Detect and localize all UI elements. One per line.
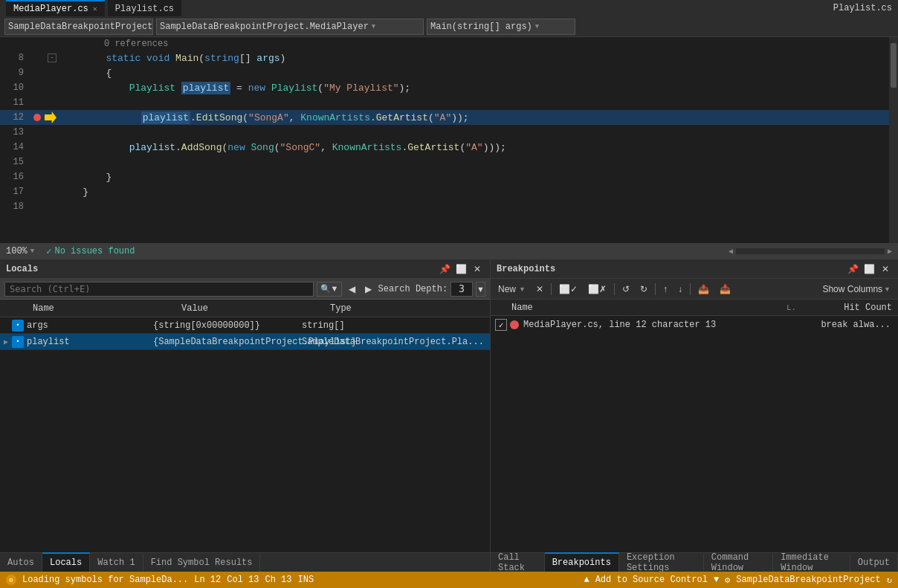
tab-exception-settings[interactable]: Exception Settings xyxy=(619,554,704,572)
bp-disable-all-btn[interactable]: ⬜✗ xyxy=(584,281,611,297)
tab-playlistcs-label: Playlist.cs xyxy=(115,4,174,14)
method-dropdown-arrow: ▼ xyxy=(535,23,539,30)
show-columns-arrow: ▼ xyxy=(884,285,891,293)
collapse-8[interactable]: - xyxy=(45,54,59,62)
tab-immediate-window[interactable]: Immediate Window xyxy=(773,554,850,572)
locals-nav-next[interactable]: ▶ xyxy=(361,282,375,296)
zoom-control[interactable]: 100% ▼ xyxy=(6,246,34,256)
tab-locals[interactable]: Locals xyxy=(42,552,90,572)
add-to-source-control[interactable]: Add to Source Control xyxy=(595,575,708,585)
code-line-10: 10 Playlist playlist = new Playlist("My … xyxy=(0,80,889,95)
zoom-dropdown-arrow[interactable]: ▼ xyxy=(30,248,34,255)
bp-enable-all-btn[interactable]: ⬜✓ xyxy=(555,281,582,297)
editor-vscrollbar[interactable] xyxy=(889,37,898,243)
code-container[interactable]: 0 references 8 - static void Main(string… xyxy=(0,37,889,243)
editor-main: 0 references 8 - static void Main(string… xyxy=(0,37,898,243)
bp-sep3 xyxy=(655,283,656,295)
code-line-11: 11 xyxy=(0,95,889,110)
bp-export-btn[interactable]: 📤 xyxy=(694,281,714,297)
code-references: 0 references xyxy=(0,37,889,51)
locals-search-input[interactable] xyxy=(4,282,314,297)
bp-new-btn[interactable]: New ▼ xyxy=(494,281,530,297)
tab-output-label: Output xyxy=(858,558,890,568)
tab-playlistcs[interactable]: Playlist.cs xyxy=(108,0,181,16)
class-dropdown-label: SampleDataBreakpointProject.MediaPlayer xyxy=(160,22,369,32)
locals-nav-prev[interactable]: ◀ xyxy=(345,282,358,296)
project-dropdown[interactable]: SampleDataBreakpointProject ▼ xyxy=(4,19,153,35)
tab-findsymbol[interactable]: Find Symbol Results xyxy=(143,554,261,572)
scroll-indicator[interactable]: ◀ ▶ xyxy=(729,247,892,256)
bp-tab-bar: Call Stack Breakpoints Exception Setting… xyxy=(491,552,898,572)
line-9-text: { xyxy=(59,68,112,79)
status-col: Col 13 xyxy=(227,575,259,585)
code-line-14: 14 playlist.AddSong(new Song("SongC", Kn… xyxy=(0,140,889,155)
locals-close-btn[interactable]: ✕ xyxy=(471,262,484,276)
locals-panel: Locals 📌 ⬜ ✕ 🔍▼ ◀ ▶ Search Depth: ▼ Name xyxy=(0,259,491,572)
bp-show-columns-btn[interactable]: Show Columns ▼ xyxy=(818,281,895,297)
method-dropdown[interactable]: Main(string[] args) ▼ xyxy=(427,19,575,35)
locals-search-btn[interactable]: 🔍▼ xyxy=(317,282,343,297)
bp-name-1: MediaPlayer.cs, line 12 character 13 xyxy=(523,320,785,330)
bp-sep1 xyxy=(551,283,552,295)
bp-panel-controls: 📌 ⬜ ✕ xyxy=(846,262,892,276)
locals-row-args[interactable]: • args {string[0x00000000]} string[] xyxy=(0,317,490,334)
tab-command-window[interactable]: Command Window xyxy=(704,554,773,572)
scroll-right[interactable]: ▶ xyxy=(888,247,892,256)
line-num-16: 16 xyxy=(0,172,30,182)
bp-refresh1-btn[interactable]: ↺ xyxy=(618,281,634,297)
row-expand-playlist[interactable]: ▶ xyxy=(0,336,12,348)
bp-checkbox-1[interactable]: ✓ xyxy=(495,319,507,331)
bp-toolbar: New ▼ ✕ ⬜✓ ⬜✗ ↺ ↻ ↑ ↓ 📤 📥 Show Columns xyxy=(491,279,898,300)
status-ch: Ch 13 xyxy=(265,575,291,585)
tab-mediaplayercs-close[interactable]: ✕ xyxy=(93,4,97,13)
line-num-9: 9 xyxy=(0,68,30,78)
locals-row-playlist[interactable]: ▶ • playlist {SampleDataBreakpointProjec… xyxy=(0,334,490,350)
bp-down-btn[interactable]: ↓ xyxy=(674,281,687,297)
tab-output[interactable]: Output xyxy=(850,554,898,572)
status-bar: ⚙ Loading symbols for SampleDa... Ln 12 … xyxy=(0,572,898,588)
tab-mediaplayercs[interactable]: MediaPlayer.cs ✕ xyxy=(6,0,105,16)
depth-dropdown-btn[interactable]: ▼ xyxy=(476,282,485,297)
tab-callstack[interactable]: Call Stack xyxy=(491,554,545,572)
locals-depth-control: Search Depth: ▼ xyxy=(378,282,485,297)
row-expand-args[interactable] xyxy=(0,320,12,332)
scroll-left[interactable]: ◀ xyxy=(729,247,733,256)
bp-float-btn[interactable]: ⬜ xyxy=(862,262,876,276)
bp-refresh2-btn[interactable]: ↻ xyxy=(636,281,652,297)
row-type-args: string[] xyxy=(302,320,490,331)
bp-gutter-12[interactable] xyxy=(30,114,45,121)
tab-watch1[interactable]: Watch 1 xyxy=(90,554,143,572)
locals-pin-btn[interactable]: 📌 xyxy=(438,262,451,276)
class-dropdown[interactable]: SampleDataBreakpointProject.MediaPlayer … xyxy=(156,19,424,35)
tab-autos[interactable]: Autos xyxy=(0,554,42,572)
up-arrow-icon: ▲ xyxy=(584,575,589,585)
bp-up-btn[interactable]: ↑ xyxy=(659,281,672,297)
line-num-13: 13 xyxy=(0,127,30,138)
status-ins: INS xyxy=(298,575,314,585)
tab-watch1-label: Watch 1 xyxy=(97,558,135,568)
locals-panel-controls: 📌 ⬜ ✕ xyxy=(438,262,484,276)
locals-float-btn[interactable]: ⬜ xyxy=(454,262,468,276)
editor-vscrollbar-thumb[interactable] xyxy=(891,43,897,88)
h-scrollbar[interactable] xyxy=(736,248,885,254)
depth-input[interactable] xyxy=(450,282,473,297)
bp-close-btn[interactable]: ✕ xyxy=(879,262,892,276)
tab-breakpoints[interactable]: Breakpoints xyxy=(545,552,619,572)
bp-pin-btn[interactable]: 📌 xyxy=(846,262,859,276)
bp-import-btn[interactable]: 📥 xyxy=(715,281,735,297)
status-ln: Ln 12 xyxy=(194,575,221,585)
bp-circle-1 xyxy=(510,320,519,329)
breakpoint-indicator xyxy=(33,114,41,121)
down-arrow-icon: ▼ xyxy=(714,575,719,585)
bp-delete-btn[interactable]: ✕ xyxy=(532,281,548,297)
delete-icon: ✕ xyxy=(536,284,543,294)
editor-toolbar: SampleDataBreakpointProject ▼ SampleData… xyxy=(0,16,898,37)
tab-findsymbol-label: Find Symbol Results xyxy=(151,558,253,568)
line-8-text: static void Main(string[] args) xyxy=(59,53,285,64)
disable-all-icon: ⬜✗ xyxy=(588,284,607,294)
tab-exception-settings-label: Exception Settings xyxy=(627,552,696,573)
line-num-10: 10 xyxy=(0,83,30,93)
bp-row-1[interactable]: ✓ MediaPlayer.cs, line 12 character 13 b… xyxy=(491,316,898,334)
tab-autos-label: Autos xyxy=(7,558,34,568)
col-value-header: Value xyxy=(175,300,324,317)
